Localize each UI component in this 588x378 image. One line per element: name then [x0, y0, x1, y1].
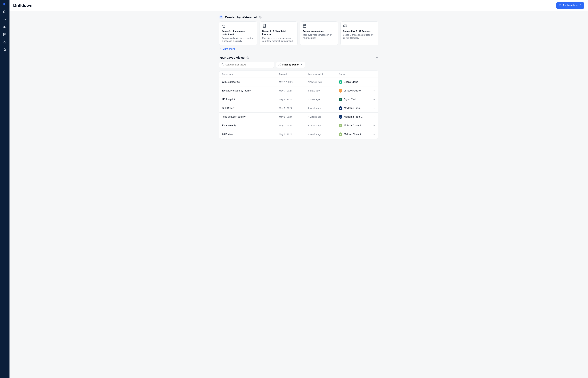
- table-row[interactable]: US footprint May 6, 2024 7 days ago B Br…: [219, 95, 378, 104]
- row-owner: M Madeline Picker..: [339, 106, 369, 110]
- row-name: Total pollution outflow: [222, 116, 279, 118]
- row-menu-button[interactable]: [369, 133, 375, 136]
- row-menu-button[interactable]: [369, 115, 375, 118]
- card-title: Scope 1 - 3 (absolute emissions): [222, 29, 255, 36]
- row-menu-button[interactable]: [369, 107, 375, 110]
- filter-by-owner-label: Filter by owner: [282, 63, 299, 66]
- row-updated: 12 hours ago: [308, 81, 339, 83]
- section-watershed-title: Created by Watershed: [225, 16, 257, 19]
- row-menu-button[interactable]: [369, 81, 375, 83]
- avatar: B: [339, 98, 342, 101]
- row-updated: 4 weeks ago: [308, 124, 339, 127]
- row-updated: 2 weeks ago: [308, 107, 339, 109]
- avatar: M: [339, 115, 342, 119]
- users-icon: [278, 63, 281, 66]
- owner-name: Melissa Chenok: [344, 133, 361, 136]
- row-updated: 4 weeks ago: [308, 133, 339, 136]
- owner-name: Melissa Chenok: [344, 124, 361, 127]
- search-saved-views[interactable]: [219, 62, 274, 68]
- row-menu-button[interactable]: [369, 89, 375, 92]
- row-owner: M Melissa Chenok: [339, 133, 369, 136]
- row-created: May 7, 2024: [279, 89, 308, 92]
- row-updated: 4 weeks ago: [308, 116, 339, 118]
- row-name: Finance only: [222, 124, 279, 127]
- row-owner: M Melissa Chenok: [339, 124, 369, 127]
- row-menu-button[interactable]: [369, 124, 375, 127]
- row-owner: M Madeline Picker..: [339, 115, 369, 119]
- topbar: Drilldown Explore data: [10, 0, 588, 11]
- row-owner: J Juliette Pouchol: [339, 89, 369, 93]
- watershed-card[interactable]: Scope 3 by GHG Category Scope 3 emission…: [340, 21, 378, 45]
- view-more-link[interactable]: View more: [219, 47, 235, 51]
- search-input[interactable]: [225, 63, 272, 66]
- table-row[interactable]: GHG categories May 12, 2024 12 hours ago…: [219, 78, 378, 86]
- watershed-card[interactable]: Annual comparison Year over year compari…: [300, 21, 338, 45]
- avatar: M: [339, 133, 342, 136]
- watershed-cards: Scope 1 - 3 (absolute emissions) Categor…: [219, 21, 378, 45]
- sidebar-item-analytics[interactable]: [3, 25, 7, 29]
- col-saved-view[interactable]: Saved view: [222, 73, 279, 75]
- section-watershed-header: Created by Watershed: [219, 15, 378, 19]
- watershed-card[interactable]: Scope 1 - 3 (% of total footprint) Emiss…: [259, 21, 298, 45]
- owner-name: Bryan Clark: [344, 98, 357, 101]
- section-saved-header: Your saved views: [219, 56, 378, 59]
- owner-name: Madeline Picker..: [344, 107, 363, 109]
- col-last-updated-label: Last updated: [308, 73, 320, 75]
- table-header
          : Saved view Created Last updated Owner: [219, 71, 378, 78]
- card-desc: Scope 3 emissions grouped by GHGP Catego…: [343, 33, 376, 40]
- avatar: J: [339, 89, 342, 93]
- section-watershed-collapse[interactable]: [376, 16, 378, 19]
- explore-data-button[interactable]: Explore data: [556, 2, 584, 9]
- row-created: May 5, 2024: [279, 107, 308, 109]
- row-updated: 7 days ago: [308, 98, 339, 101]
- row-name: SECR view: [222, 107, 279, 109]
- view-more-label: View more: [223, 48, 235, 50]
- filter-by-owner-button[interactable]: Filter by owner: [276, 62, 305, 68]
- sidebar-item-home[interactable]: [3, 10, 7, 14]
- owner-name: Becca Crabb: [344, 81, 358, 83]
- col-created[interactable]: Created: [279, 73, 308, 75]
- table-row[interactable]: Electricity usage by facility May 7, 202…: [219, 86, 378, 95]
- page-title: Drilldown: [13, 3, 32, 8]
- watershed-card[interactable]: Scope 1 - 3 (absolute emissions) Categor…: [219, 21, 257, 45]
- sidebar-item-reports[interactable]: [3, 48, 7, 52]
- sidebar-item-reductions[interactable]: [3, 32, 7, 37]
- table-row[interactable]: SECR view May 5, 2024 2 weeks ago M Made…: [219, 104, 378, 112]
- avatar: M: [339, 106, 342, 110]
- search-icon: [221, 63, 224, 66]
- saved-views-table: Saved view Created Last updated Owner GH…: [219, 70, 378, 139]
- table-row[interactable]: Finance only May 2, 2024 4 weeks ago M M…: [219, 121, 378, 130]
- brand-logo[interactable]: [3, 2, 7, 6]
- row-updated: 6 days ago: [308, 89, 339, 92]
- row-created: May 12, 2024: [279, 81, 308, 83]
- watershed-badge-icon: [219, 15, 223, 19]
- col-last-updated[interactable]: Last updated: [308, 73, 339, 75]
- sidebar-item-marketplace[interactable]: [3, 40, 7, 44]
- chevron-down-icon: [219, 47, 222, 51]
- chevron-down-icon: [300, 63, 303, 66]
- row-menu-button[interactable]: [369, 98, 375, 101]
- sidebar-item-sources[interactable]: [3, 17, 7, 21]
- explore-data-label: Explore data: [563, 4, 578, 7]
- info-icon[interactable]: [246, 56, 249, 59]
- row-owner: B Becca Crabb: [339, 80, 369, 84]
- main-area: Drilldown Explore data Created by Waters…: [10, 0, 588, 378]
- card-desc: Categorized emissions based on purchased…: [222, 37, 255, 43]
- table-row[interactable]: 2023 view May 2, 2024 4 weeks ago M Meli…: [219, 130, 378, 139]
- card-title: Annual comparison: [302, 29, 335, 33]
- calendar-icon: [302, 24, 335, 29]
- info-icon[interactable]: [259, 16, 262, 19]
- table-row[interactable]: Total pollution outflow May 2, 2024 4 we…: [219, 112, 378, 121]
- windmill-icon: [222, 24, 255, 29]
- card-desc: Year over year comparison of your footpr…: [302, 33, 335, 40]
- section-saved-title: Your saved views: [219, 56, 244, 59]
- bus-icon: [343, 24, 376, 29]
- col-owner[interactable]: Owner: [339, 73, 369, 75]
- compass-icon: [559, 4, 561, 7]
- section-saved-collapse[interactable]: [376, 56, 378, 59]
- sort-desc-icon: [321, 73, 324, 75]
- row-name: GHG categories: [222, 81, 279, 83]
- avatar: B: [339, 80, 342, 84]
- card-title: Scope 1 - 3 (% of total footprint): [262, 29, 295, 36]
- card-desc: Emissions as a percentage of your total …: [262, 37, 295, 43]
